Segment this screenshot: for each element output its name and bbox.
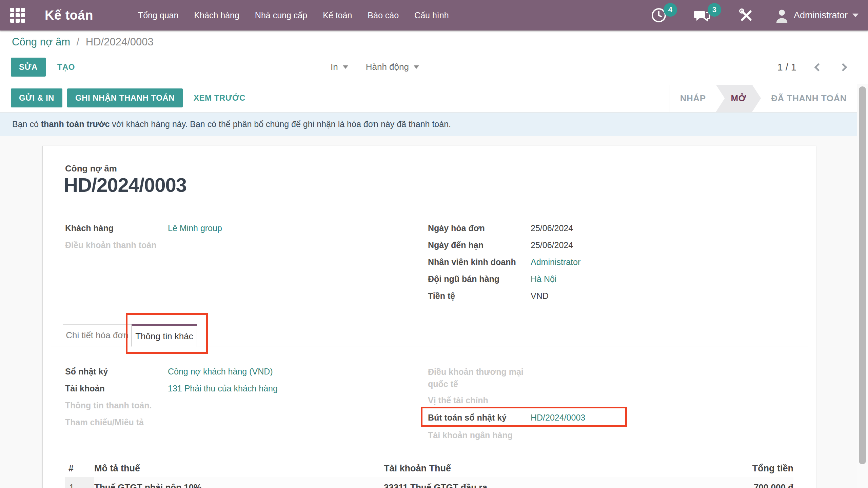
menu-nha-cung-cap[interactable]: Nhà cung cấp: [255, 11, 307, 20]
send-print-button[interactable]: GỬI & IN: [11, 88, 62, 107]
field-reference: Tham chiếu/Miêu tả: [65, 414, 404, 431]
tools-icon: [738, 7, 754, 23]
document-type-label: Công nợ âm: [65, 163, 117, 174]
menu-ke-toan[interactable]: Kế toán: [323, 11, 352, 20]
field-fiscal-position: Vị thế tài chính: [428, 392, 794, 408]
field-payment-info: Thông tin thanh toán.: [65, 397, 404, 414]
user-menu[interactable]: Administrator: [774, 7, 859, 23]
chevron-down-icon: [852, 14, 859, 17]
print-dropdown[interactable]: In: [331, 62, 348, 72]
caret-down-icon: [414, 65, 419, 69]
field-sales-team-value[interactable]: Hà Nội: [531, 274, 556, 284]
state-open[interactable]: MỞ: [716, 85, 761, 112]
document-number: HD/2024/0003: [64, 174, 186, 196]
menu-cau-hinh[interactable]: Cấu hình: [414, 11, 449, 20]
field-salesperson: Nhân viên kinh doanh Administrator: [428, 253, 794, 270]
tax-row-account: 33311 Thuế GTGT đầu ra: [384, 482, 678, 488]
apps-grid-icon[interactable]: [10, 8, 25, 23]
field-customer-label: Khách hàng: [65, 222, 168, 234]
field-payment-terms: Điều khoản thanh toán: [65, 237, 404, 253]
field-customer: Khách hàng Lê Minh group: [65, 220, 404, 237]
preview-button[interactable]: XEM TRƯỚC: [194, 93, 245, 103]
field-currency-value: VND: [531, 291, 549, 301]
state-draft[interactable]: NHÁP: [670, 85, 716, 112]
register-payment-button[interactable]: GHI NHẬN THANH TOÁN: [67, 88, 183, 107]
field-invoice-date-label: Ngày hóa đơn: [428, 222, 531, 234]
field-due-date: Ngày đến hạn 25/06/2024: [428, 237, 794, 253]
status-pipeline: NHÁP MỞ ĐÃ THANH TOÁN: [670, 85, 857, 112]
tax-table-header: # Mô tả thuế Tài khoản Thuế Tổng tiền: [65, 460, 793, 477]
menu-bao-cao[interactable]: Báo cáo: [368, 11, 399, 20]
messages-badge: 3: [708, 3, 721, 17]
tax-row-amount: 700,000 đ: [678, 482, 793, 488]
prepayment-banner: Bạn có thanh toán trước với khách hàng n…: [0, 112, 857, 136]
banner-text: Bạn có thanh toán trước với khách hàng n…: [12, 119, 451, 129]
field-due-date-label: Ngày đến hạn: [428, 239, 531, 251]
statusbar-buttons: GỬI & IN GHI NHẬN THANH TOÁN XEM TRƯỚC: [11, 88, 245, 107]
create-button[interactable]: TẠO: [57, 62, 75, 72]
activities-badge: 4: [664, 3, 677, 17]
fields-right-top: Ngày hóa đơn 25/06/2024 Ngày đến hạn 25/…: [428, 220, 794, 304]
field-journal: Sổ nhật ký Công nợ khách hàng (VND): [65, 363, 404, 380]
field-account-value[interactable]: 131 Phải thu của khách hàng: [168, 384, 278, 393]
menu-tong-quan[interactable]: Tổng quan: [138, 11, 179, 20]
field-currency-label: Tiền tệ: [428, 290, 531, 302]
pager-previous-button[interactable]: [814, 63, 822, 71]
control-panel: Công nợ âm / HD/2024/0003 SỬA TẠO In Hàn…: [0, 30, 868, 85]
state-paid[interactable]: ĐÃ THANH TOÁN: [761, 85, 857, 112]
caret-down-icon: [343, 65, 348, 69]
navbar-right: 4 3: [651, 0, 868, 30]
app-title[interactable]: Kế toán: [45, 8, 93, 23]
field-salesperson-value[interactable]: Administrator: [531, 257, 580, 267]
breadcrumb-parent-link[interactable]: Công nợ âm: [12, 36, 70, 48]
edit-button[interactable]: SỬA: [11, 58, 46, 77]
field-journal-value[interactable]: Công nợ khách hàng (VND): [168, 367, 273, 377]
field-invoice-date-value: 25/06/2024: [531, 223, 573, 233]
field-sales-team-label: Đội ngũ bán hàng: [428, 273, 531, 285]
field-journal-entry-label: Bút toán sổ nhật ký: [428, 411, 531, 424]
field-invoice-date: Ngày hóa đơn 25/06/2024: [428, 220, 794, 237]
field-reference-label: Tham chiếu/Miêu tả: [65, 416, 168, 428]
debug-tools-button[interactable]: [738, 7, 754, 23]
tab-other-info[interactable]: Thông tin khác: [132, 324, 197, 347]
action-dropdown-label: Hành động: [366, 62, 409, 72]
field-incoterm-label: Điều khoản thương mại quốc tế: [428, 366, 531, 390]
field-account-label: Tài khoản: [65, 382, 168, 394]
field-journal-entry-value[interactable]: HD/2024/0003: [531, 413, 585, 423]
tax-col-index: #: [65, 463, 94, 474]
messages-button[interactable]: 3: [693, 7, 711, 23]
tax-col-description: Mô tả thuế: [94, 463, 384, 474]
field-fiscal-position-label: Vị thế tài chính: [428, 394, 531, 406]
field-journal-entry: Bút toán sổ nhật ký HD/2024/0003: [428, 408, 794, 427]
menu-khach-hang[interactable]: Khách hàng: [194, 11, 239, 20]
breadcrumb-separator: /: [77, 36, 80, 48]
field-customer-value[interactable]: Lê Minh group: [168, 223, 222, 233]
other-info-left: Sổ nhật ký Công nợ khách hàng (VND) Tài …: [65, 363, 404, 431]
notebook-tabs: Chi tiết hóa đơn Thông tin khác: [63, 324, 197, 346]
print-dropdown-label: In: [331, 62, 338, 72]
field-currency: Tiền tệ VND: [428, 287, 794, 304]
other-info-right: Điều khoản thương mại quốc tế Vị thế tài…: [428, 363, 794, 444]
field-salesperson-label: Nhân viên kinh doanh: [428, 256, 531, 268]
statusbar-row: GỬI & IN GHI NHẬN THANH TOÁN XEM TRƯỚC N…: [0, 85, 868, 112]
activities-button[interactable]: 4: [651, 7, 667, 23]
edit-create-buttons: SỬA TẠO: [11, 58, 75, 77]
field-bank-account: Tài khoản ngân hàng: [428, 427, 794, 444]
main-menu: Tổng quan Khách hàng Nhà cung cấp Kế toá…: [138, 11, 449, 20]
action-dropdown[interactable]: Hành động: [366, 62, 419, 72]
field-payment-info-label: Thông tin thanh toán.: [65, 399, 168, 411]
breadcrumb: Công nợ âm / HD/2024/0003: [12, 36, 154, 48]
field-sales-team: Đội ngũ bán hàng Hà Nội: [428, 270, 794, 287]
user-name: Administrator: [794, 10, 848, 21]
field-bank-account-label: Tài khoản ngân hàng: [428, 429, 531, 441]
scrollbar-track[interactable]: [857, 84, 868, 488]
fields-left-top: Khách hàng Lê Minh group Điều khoản than…: [65, 220, 404, 253]
scrollbar-thumb[interactable]: [859, 86, 866, 464]
tax-row-index: 1: [65, 477, 94, 488]
field-incoterm: Điều khoản thương mại quốc tế: [428, 363, 794, 392]
tab-invoice-lines[interactable]: Chi tiết hóa đơn: [63, 324, 132, 346]
tax-table-row[interactable]: 1 Thuế GTGT phải nộp 10% 33311 Thuế GTGT…: [65, 477, 793, 488]
top-navbar: Kế toán Tổng quan Khách hàng Nhà cung cấ…: [0, 0, 868, 30]
breadcrumb-current: HD/2024/0003: [86, 36, 154, 48]
pager-next-button[interactable]: [839, 63, 847, 71]
